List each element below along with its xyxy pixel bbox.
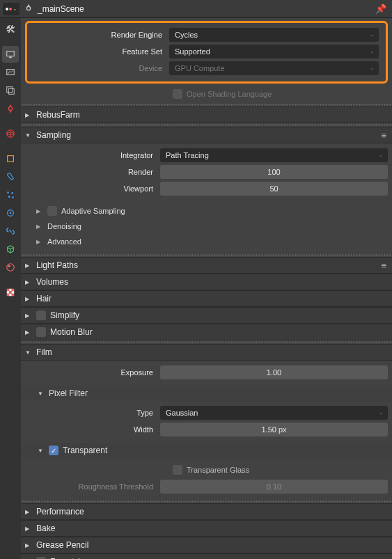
- chevron-down-icon: ▼: [25, 132, 32, 139]
- pin-icon[interactable]: 📌: [375, 3, 386, 14]
- chevron-down-icon: ⌵: [370, 49, 373, 54]
- tab-data-icon[interactable]: [2, 241, 19, 258]
- panel-grease-pencil[interactable]: ▶ Grease Pencil: [21, 537, 392, 553]
- render-properties-panel: Render Engine Cycles⌵ Feature Set Suppor…: [21, 18, 392, 559]
- scene-icon: [24, 3, 33, 15]
- chevron-right-icon: ▶: [36, 208, 43, 214]
- chevron-down-icon: ▼: [38, 448, 45, 454]
- device-label: Device: [30, 64, 169, 72]
- chevron-right-icon: ▶: [36, 223, 43, 230]
- render-samples-field[interactable]: 100: [160, 165, 388, 179]
- filter-type-label: Type: [21, 409, 160, 417]
- osl-checkbox[interactable]: [173, 89, 182, 99]
- tab-world-icon[interactable]: [2, 125, 19, 142]
- tab-tool-icon[interactable]: 🛠: [2, 21, 19, 38]
- svg-rect-24: [7, 294, 10, 297]
- svg-rect-18: [7, 289, 10, 292]
- panel-bake[interactable]: ▶ Bake: [21, 520, 392, 537]
- exposure-field[interactable]: 1.00: [160, 365, 388, 379]
- panel-simplify[interactable]: ▶ Simplify: [21, 307, 392, 324]
- chevron-down-icon: ⌵: [370, 32, 373, 38]
- exposure-label: Exposure: [21, 368, 160, 377]
- tab-constraints-icon[interactable]: [2, 223, 19, 239]
- svg-rect-21: [7, 291, 10, 294]
- viewport-samples-label: Viewport: [21, 184, 160, 193]
- render-engine-label: Render Engine: [30, 31, 169, 39]
- panel-sampling-body: Integrator Path Tracing⌵ Render 100 View…: [21, 143, 392, 253]
- tab-physics-icon[interactable]: [2, 205, 19, 221]
- svg-point-10: [11, 192, 13, 194]
- subpanel-adaptive-sampling[interactable]: ▶ Adaptive Sampling: [21, 203, 392, 219]
- preset-list-icon[interactable]: ≡: [381, 260, 386, 271]
- chevron-right-icon: ▶: [25, 526, 32, 532]
- render-samples-label: Render: [21, 168, 160, 176]
- svg-rect-4: [7, 87, 13, 93]
- tab-texture-icon[interactable]: [2, 284, 19, 301]
- svg-rect-26: [12, 294, 15, 297]
- panel-film[interactable]: ▼ Film: [21, 344, 392, 361]
- svg-point-0: [26, 6, 30, 10]
- filter-width-field[interactable]: 1.50 px: [160, 423, 388, 436]
- svg-point-11: [8, 196, 10, 198]
- svg-line-15: [9, 230, 12, 233]
- tab-output-icon[interactable]: [2, 64, 19, 81]
- scene-name: _mainScene: [38, 4, 371, 14]
- simplify-checkbox[interactable]: [36, 310, 46, 320]
- preset-list-icon[interactable]: ≡: [381, 130, 386, 141]
- chevron-right-icon: ▶: [25, 313, 32, 319]
- properties-tabs-sidebar: 🛠: [0, 18, 21, 559]
- render-engine-dropdown[interactable]: Cycles⌵: [169, 28, 379, 42]
- panel-hair[interactable]: ▶ Hair: [21, 290, 392, 307]
- chevron-down-icon: ⌵: [370, 65, 373, 71]
- device-dropdown[interactable]: GPU Compute⌵: [169, 61, 379, 75]
- panel-rebusfarm[interactable]: ▶ RebusFarm: [21, 107, 392, 123]
- transparent-checkbox[interactable]: [49, 446, 58, 455]
- roughness-threshold-field[interactable]: 0.10: [160, 480, 388, 494]
- subpanel-denoising[interactable]: ▶ Denoising: [21, 219, 392, 234]
- tab-viewlayer-icon[interactable]: [2, 82, 19, 99]
- viewport-samples-field[interactable]: 50: [160, 182, 388, 196]
- chevron-right-icon: ▶: [25, 329, 32, 336]
- tab-scene-icon[interactable]: [2, 100, 19, 117]
- subpanel-pixel-filter[interactable]: ▼ Pixel Filter: [21, 386, 392, 401]
- panel-motion-blur[interactable]: ▶ Motion Blur: [21, 324, 392, 340]
- motion-blur-checkbox[interactable]: [36, 327, 46, 337]
- panel-volumes[interactable]: ▶ Volumes: [21, 274, 392, 290]
- integrator-dropdown[interactable]: Path Tracing⌵: [160, 148, 388, 162]
- chevron-right-icon: ▶: [25, 542, 32, 549]
- panel-performance[interactable]: ▶ Performance: [21, 503, 392, 520]
- transparent-glass-checkbox[interactable]: [173, 465, 182, 475]
- chevron-right-icon: ▶: [25, 509, 32, 515]
- chevron-down-icon: ⌵: [379, 410, 382, 416]
- svg-point-12: [12, 196, 14, 198]
- subpanel-transparent[interactable]: ▼ Transparent: [21, 443, 392, 458]
- tab-object-icon[interactable]: [2, 150, 19, 167]
- chevron-down-icon: ▼: [25, 349, 32, 356]
- tab-render-icon[interactable]: [2, 46, 19, 63]
- svg-rect-19: [9, 289, 12, 292]
- tab-particles-icon[interactable]: [2, 187, 19, 203]
- subpanel-advanced[interactable]: ▶ Advanced: [21, 234, 392, 249]
- panel-sampling[interactable]: ▼ Sampling ≡: [21, 127, 392, 143]
- transparent-glass-label: Transparent Glass: [187, 466, 249, 474]
- filter-type-dropdown[interactable]: Gaussian⌵: [160, 406, 388, 420]
- adaptive-sampling-checkbox[interactable]: [47, 206, 57, 216]
- panel-film-body: Exposure 1.00 ▼ Pixel Filter Type Gaussi…: [21, 361, 392, 500]
- svg-rect-5: [8, 88, 14, 94]
- svg-rect-23: [12, 291, 15, 294]
- chevron-right-icon: ▶: [25, 296, 32, 302]
- highlight-box: Render Engine Cycles⌵ Feature Set Suppor…: [25, 21, 388, 84]
- panel-light-paths[interactable]: ▶ Light Paths ≡: [21, 257, 392, 274]
- svg-rect-20: [12, 289, 15, 292]
- chevron-right-icon: ▶: [25, 262, 32, 269]
- tab-modifier-icon[interactable]: [2, 168, 19, 185]
- feature-set-dropdown[interactable]: Supported⌵: [169, 45, 379, 58]
- editor-type-dropdown[interactable]: ⌄: [3, 3, 19, 15]
- svg-rect-2: [9, 57, 12, 58]
- roughness-threshold-label: Roughness Threshold: [21, 482, 160, 491]
- svg-rect-8: [8, 156, 14, 162]
- tab-material-icon[interactable]: [2, 259, 19, 276]
- panel-freestyle[interactable]: ▶ Freestyle: [21, 553, 392, 559]
- chevron-down-icon: ▼: [38, 391, 45, 397]
- svg-point-16: [7, 264, 15, 271]
